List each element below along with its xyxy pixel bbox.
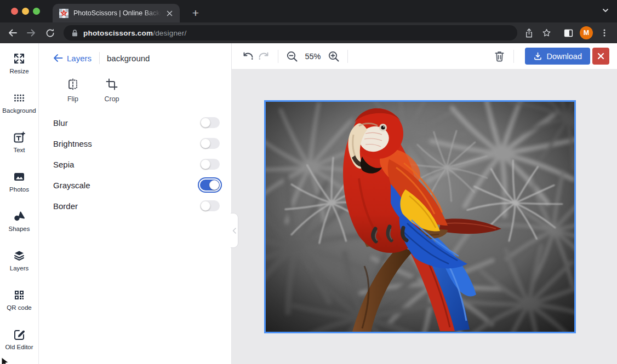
sidebar: Resize Background Text (0, 43, 39, 364)
filter-toggles: Blur Brightness Sepia Grayscale Border (39, 112, 231, 216)
url-path: /designer/ (153, 29, 186, 37)
back-to-layers-link[interactable]: Layers (53, 54, 92, 63)
collapse-chevron-icon (232, 228, 236, 234)
zoom-in-button[interactable] (325, 48, 342, 65)
blur-toggle[interactable] (200, 117, 220, 128)
sidebar-item-resize[interactable]: Resize (0, 43, 38, 83)
download-icon (533, 51, 542, 61)
toolbar-divider (278, 50, 278, 63)
sidebar-label: Text (13, 147, 25, 153)
toggle-row-grayscale: Grayscale (39, 175, 231, 195)
toolbar-divider (513, 50, 514, 63)
new-tab-button[interactable]: + (187, 5, 204, 21)
photoscissors-app: Resize Background Text (0, 43, 617, 364)
crop-button[interactable]: Crop (96, 77, 127, 103)
toggle-row-border: Border (39, 195, 231, 216)
sidebar-item-layers[interactable]: Layers (0, 240, 38, 280)
mouse-cursor (1, 357, 9, 364)
toolbar-divider (347, 50, 348, 63)
close-x-icon (597, 53, 604, 60)
browser-menu-icon[interactable] (596, 25, 613, 41)
sidebar-label: Layers (10, 265, 29, 271)
shapes-icon (13, 210, 26, 223)
lock-icon (71, 29, 78, 37)
sidebar-label: QR code (7, 304, 31, 311)
reload-button[interactable] (42, 25, 58, 41)
toggle-label: Border (53, 201, 200, 211)
canvas-image[interactable] (264, 100, 576, 333)
address-bar[interactable]: photoscissors.com/designer/ (64, 25, 517, 41)
text-icon (13, 131, 26, 144)
close-editor-button[interactable] (592, 48, 609, 65)
browser-tab[interactable]: PhotoScissors | Online Backgro (53, 4, 180, 22)
photos-icon (13, 170, 26, 183)
grayscale-toggle[interactable] (200, 180, 220, 190)
sidebar-label: Shapes (8, 226, 30, 232)
toggle-row-sepia: Sepia (39, 154, 231, 175)
sidebar-item-old-editor[interactable]: Old Editor (0, 319, 38, 359)
sidebar-label: Photos (9, 186, 29, 193)
macos-maximize-button[interactable] (33, 8, 40, 15)
brightness-toggle[interactable] (200, 138, 220, 149)
crop-label: Crop (104, 95, 119, 103)
back-arrow-icon (53, 54, 63, 62)
url-domain: photoscissors.com (83, 29, 153, 37)
bookmark-star-icon[interactable] (538, 25, 555, 41)
delete-layer-button[interactable] (492, 48, 508, 65)
profile-avatar[interactable]: M (580, 26, 593, 39)
download-label: Download (547, 52, 582, 61)
design-canvas (232, 69, 617, 364)
sidebar-label: Old Editor (5, 344, 33, 350)
browser-toolbar: photoscissors.com/designer/ M (0, 22, 617, 43)
flip-icon (66, 77, 80, 91)
browser-titlebar: PhotoScissors | Online Backgro + (0, 0, 617, 22)
tab-title: PhotoScissors | Online Backgro (73, 9, 163, 17)
tab-close-icon[interactable] (165, 9, 174, 18)
panel-collapse-handle[interactable] (231, 213, 238, 248)
crop-icon (105, 77, 119, 91)
tool-row: Flip Crop (58, 77, 231, 103)
photoscissors-favicon (59, 9, 68, 18)
forward-button[interactable] (23, 25, 39, 41)
macos-minimize-button[interactable] (22, 8, 29, 15)
tab-search-chevron-icon[interactable] (602, 7, 609, 16)
panel-header: Layers background (53, 52, 231, 64)
side-panel-icon[interactable] (560, 25, 576, 41)
macos-close-button[interactable] (11, 8, 18, 15)
editor-toolbar: 55% (232, 43, 617, 69)
sidebar-item-text[interactable]: Text (0, 122, 38, 161)
resize-icon (13, 52, 26, 65)
zoom-level: 55% (300, 52, 325, 61)
header-divider (99, 52, 100, 64)
toggle-label: Sepia (53, 160, 200, 169)
sidebar-label: Background (2, 107, 36, 114)
back-label: Layers (67, 54, 92, 63)
sidebar-item-shapes[interactable]: Shapes (0, 201, 38, 240)
toggle-row-brightness: Brightness (39, 133, 231, 154)
flip-button[interactable]: Flip (58, 77, 88, 103)
redo-button[interactable] (256, 48, 272, 65)
border-toggle[interactable] (200, 200, 220, 211)
toggle-row-blur: Blur (39, 112, 231, 133)
layers-icon (13, 249, 26, 262)
old-editor-icon (13, 328, 26, 341)
undo-button[interactable] (239, 48, 256, 65)
download-button[interactable]: Download (525, 48, 591, 65)
sidebar-item-photos[interactable]: Photos (0, 161, 38, 201)
toggle-label: Brightness (53, 139, 200, 148)
sidebar-item-qr-code[interactable]: QR code (0, 280, 38, 319)
back-button[interactable] (4, 25, 21, 41)
trash-icon (493, 50, 506, 62)
sidebar-label: Resize (9, 68, 28, 74)
editor-area: 55% (232, 43, 617, 364)
toggle-label: Blur (53, 118, 200, 128)
zoom-out-button[interactable] (284, 48, 300, 65)
sidebar-item-background[interactable]: Background (0, 83, 38, 122)
share-icon[interactable] (521, 25, 537, 41)
browser-window: PhotoScissors | Online Backgro + photosc… (0, 0, 617, 364)
sepia-toggle[interactable] (200, 159, 220, 170)
toggle-label: Grayscale (53, 181, 200, 190)
layer-name: background (107, 54, 150, 63)
background-icon (13, 91, 26, 105)
qr-code-icon (13, 288, 26, 302)
